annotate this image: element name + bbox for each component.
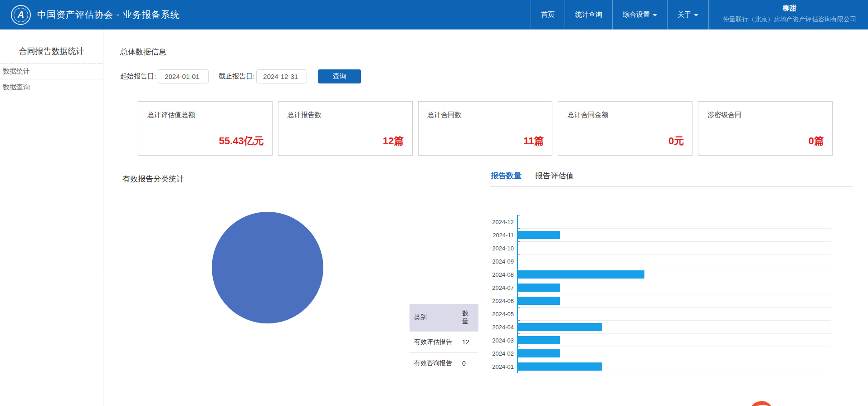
col-header-count: 数量: [458, 304, 478, 332]
bar: [518, 284, 560, 292]
stat-card-total-reports: 总计报告数 12篇: [278, 101, 413, 156]
table-header-row: 类别 数量: [410, 304, 478, 332]
main-nav: 首页 统计查询 综合设置 关于: [531, 0, 709, 29]
stat-card-total-contract-amount: 总计合同金额 0元: [558, 101, 692, 156]
caret-down-icon: [653, 14, 657, 16]
sidebar: 合同报告数据统计 数据统计 数据查询: [0, 29, 103, 406]
stat-value: 12篇: [383, 134, 404, 148]
brand: A 中国资产评估协会 - 业务报备系统: [11, 0, 180, 29]
stat-value: 55.43亿元: [219, 134, 264, 148]
end-date-input[interactable]: [256, 69, 307, 83]
stat-value: 0元: [668, 134, 684, 148]
nav-item-about[interactable]: 关于: [667, 0, 709, 29]
bar: [518, 349, 560, 357]
bar: [518, 231, 560, 239]
valid-report-classification-title: 有效报告分类统计: [122, 174, 184, 184]
table-row: 有效咨询报告 0: [410, 353, 478, 374]
bar-row: 2024-03: [490, 334, 831, 347]
tab-report-appraised-value[interactable]: 报告评估值: [535, 171, 574, 181]
report-classification-pie-chart: [212, 212, 323, 323]
tab-report-count[interactable]: 报告数量: [491, 171, 522, 181]
main-content: 总体数据信息 起始报告日: 截止报告日: 查询 总计评估值总额 55.43亿元 …: [103, 29, 868, 406]
table-row: 有效评估报告 12: [410, 332, 478, 353]
bar: [518, 323, 602, 331]
col-header-category: 类别: [410, 304, 458, 332]
start-date-label: 起始报告日:: [120, 72, 156, 81]
user-block[interactable]: 柳甜 仲量联行（北京）房地产资产评估咨询有限公司: [711, 0, 868, 29]
stat-card-total-contracts: 总计合同数 11篇: [418, 101, 553, 156]
stat-cards-row: 总计评估值总额 55.43亿元 总计报告数 12篇 总计合同数 11篇 总计合同…: [138, 101, 833, 156]
overall-data-title: 总体数据信息: [120, 47, 166, 57]
nav-item-general-settings[interactable]: 综合设置: [612, 0, 667, 29]
bar-row: 2024-05: [490, 308, 831, 321]
bar-row: 2024-12: [490, 215, 831, 229]
app-title: 中国资产评估协会 - 业务报备系统: [37, 9, 180, 21]
search-button[interactable]: 查询: [318, 69, 361, 83]
nav-item-home[interactable]: 首页: [531, 0, 565, 29]
nav-item-statistics-query[interactable]: 统计查询: [565, 0, 612, 29]
bar-row: 2024-01: [490, 360, 831, 373]
bar-row: 2024-10: [490, 242, 831, 255]
monthly-report-count-bar-chart: 2024-12 2024-11 2024-10 2024-09 2024-08 …: [490, 215, 831, 373]
bar: [518, 270, 644, 279]
user-company: 仲量联行（北京）房地产资产评估咨询有限公司: [711, 15, 868, 24]
chart-tabs-wrap: 报告数量 报告评估值: [490, 171, 853, 187]
chart-tabs: 报告数量 报告评估值: [490, 171, 853, 186]
top-navbar: A 中国资产评估协会 - 业务报备系统 首页 统计查询 综合设置 关于 柳甜 仲…: [0, 0, 868, 29]
sidebar-title: 合同报告数据统计: [0, 46, 103, 63]
bar-row: 2024-09: [490, 255, 831, 268]
start-date-input[interactable]: [158, 69, 209, 83]
bar-row: 2024-07: [490, 281, 831, 294]
bar-row: 2024-08: [490, 268, 831, 281]
bar-row: 2024-04: [490, 321, 831, 334]
category-count-table: 类别 数量 有效评估报告 12 有效咨询报告 0: [410, 304, 478, 374]
bar: [518, 362, 602, 371]
user-name: 柳甜: [711, 4, 868, 13]
bar-row: 2024-02: [490, 347, 831, 360]
stat-value: 11篇: [523, 134, 544, 148]
stat-value: 0篇: [809, 134, 824, 148]
caret-down-icon: [694, 14, 698, 16]
stat-card-classified-contracts: 涉密级合同 0篇: [698, 101, 833, 156]
sidebar-item-data-query[interactable]: 数据查询: [0, 79, 103, 95]
stat-card-total-appraised-value: 总计评估值总额 55.43亿元: [138, 101, 273, 156]
bar-row: 2024-06: [490, 294, 831, 308]
bar: [518, 297, 560, 305]
bar-row: 2024-11: [490, 229, 831, 242]
bar: [518, 336, 560, 344]
association-logo-icon: A: [11, 5, 31, 25]
sidebar-item-data-statistics[interactable]: 数据统计: [0, 63, 103, 79]
end-date-label: 截止报告日:: [219, 72, 254, 81]
date-filter-row: 起始报告日: 截止报告日: 查询: [120, 69, 361, 83]
